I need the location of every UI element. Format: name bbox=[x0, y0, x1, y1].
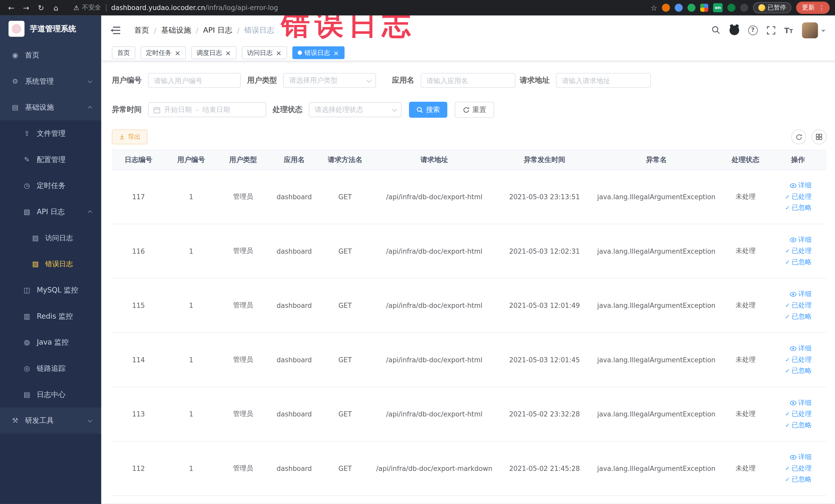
address-bar[interactable]: dashboard.yudao.iocoder.cn/infra/log/api… bbox=[111, 4, 278, 12]
row-actions: 详细✓已处理✓已忽略 bbox=[772, 344, 824, 375]
extension-green-icon[interactable] bbox=[688, 4, 696, 12]
search-icon[interactable] bbox=[711, 26, 720, 35]
browser-toolbar: ←→↻⌂ ⚠ 不安全 dashboard.yudao.iocoder.cn/in… bbox=[0, 0, 835, 15]
cell-status: 未处理 bbox=[721, 333, 770, 387]
site-security-indicator[interactable]: ⚠ 不安全 bbox=[74, 3, 101, 12]
row-actions: 详细✓已处理✓已忽略 bbox=[772, 399, 824, 430]
font-size-icon[interactable]: TT bbox=[784, 26, 793, 34]
collapse-sidebar-icon[interactable] bbox=[111, 26, 120, 34]
export-button[interactable]: 导出 bbox=[112, 129, 148, 144]
back-icon[interactable]: ← bbox=[5, 2, 17, 14]
sidebar: 芋道管理系统 ◉首页⚙系统管理▤基础设施⇪文件管理✎配置管理◷定时任务▧API … bbox=[0, 15, 101, 504]
tab-close-icon[interactable]: × bbox=[225, 49, 231, 56]
extension-dark-icon[interactable] bbox=[740, 4, 748, 12]
sidebar-item-log-center[interactable]: ▤日志中心 bbox=[0, 381, 101, 407]
extension-on-icon[interactable]: on bbox=[713, 3, 722, 12]
tab-访问日志[interactable]: 访问日志× bbox=[242, 46, 287, 59]
sidebar-item-home[interactable]: ◉首页 bbox=[0, 42, 101, 68]
action-processed-link[interactable]: ✓已处理 bbox=[785, 192, 812, 201]
action-ignored-link[interactable]: ✓已忽略 bbox=[785, 366, 812, 375]
cell-exception: java.lang.IllegalArgumentException bbox=[591, 224, 721, 278]
action-ignored-link[interactable]: ✓已忽略 bbox=[785, 258, 812, 267]
reload-icon[interactable]: ↻ bbox=[35, 2, 47, 14]
sidebar-item-tracer[interactable]: ◎链路追踪 bbox=[0, 355, 101, 382]
fullscreen-icon[interactable] bbox=[767, 26, 775, 35]
sidebar-item-dev-tools[interactable]: ⚒研发工具 bbox=[0, 407, 101, 434]
extension-orange-icon[interactable] bbox=[662, 4, 670, 12]
breadcrumb-item[interactable]: 基础设施 bbox=[161, 25, 191, 35]
sidebar-item-mysql[interactable]: ◫MySQL 监控 bbox=[0, 277, 101, 303]
app-logo[interactable]: 芋道管理系统 bbox=[0, 15, 101, 42]
user-menu[interactable] bbox=[802, 22, 825, 38]
sidebar-item-file[interactable]: ⇪文件管理 bbox=[0, 120, 101, 147]
check-icon: ✓ bbox=[785, 422, 790, 428]
action-ignored-link[interactable]: ✓已忽略 bbox=[785, 475, 812, 484]
forward-icon[interactable]: → bbox=[20, 2, 32, 14]
cell-time: 2021-05-03 12:01:49 bbox=[498, 278, 591, 333]
user-id-input[interactable] bbox=[148, 73, 241, 88]
search-button[interactable]: 搜索 bbox=[409, 102, 447, 118]
reset-button[interactable]: 重置 bbox=[455, 102, 494, 118]
github-icon[interactable] bbox=[729, 25, 739, 35]
sidebar-item-job[interactable]: ◷定时任务 bbox=[0, 173, 101, 199]
action-detail-link[interactable]: 详细 bbox=[790, 290, 812, 299]
sidebar-item-system[interactable]: ⚙系统管理 bbox=[0, 68, 101, 95]
sidebar-item-infra[interactable]: ▤基础设施 bbox=[0, 94, 101, 120]
table-header-row: 日志编号用户编号用户类型应用名请求方法名请求地址异常发生时间异常名处理状态操作 bbox=[112, 150, 827, 170]
tab-调度日志[interactable]: 调度日志× bbox=[191, 46, 237, 59]
action-detail-link[interactable]: 详细 bbox=[790, 236, 812, 244]
sidebar-item-access-log[interactable]: ▨访问日志 bbox=[0, 225, 101, 251]
action-processed-link[interactable]: ✓已处理 bbox=[785, 409, 812, 419]
process-status-select[interactable]: 请选择处理状态 bbox=[309, 102, 402, 117]
tab-错误日志[interactable]: 错误日志× bbox=[292, 46, 344, 59]
user-type-select[interactable]: 请选择用户类型 bbox=[283, 73, 376, 88]
tab-close-icon[interactable]: × bbox=[276, 49, 282, 56]
action-ignored-link[interactable]: ✓已忽略 bbox=[785, 421, 812, 430]
browser-menu-icon[interactable]: ⋮ bbox=[819, 5, 825, 11]
tab-close-icon[interactable]: × bbox=[175, 49, 180, 56]
help-icon[interactable]: ? bbox=[748, 25, 757, 35]
tab-定时任务[interactable]: 定时任务× bbox=[141, 46, 186, 59]
action-ignored-link[interactable]: ✓已忽略 bbox=[785, 203, 812, 212]
action-processed-link[interactable]: ✓已处理 bbox=[785, 355, 812, 364]
tab-close-icon[interactable]: × bbox=[333, 49, 339, 56]
chevron-down-icon bbox=[88, 78, 93, 83]
home-icon[interactable]: ⌂ bbox=[50, 2, 62, 14]
breadcrumb-item[interactable]: 首页 bbox=[134, 25, 149, 35]
start-date-placeholder: 开始日期 bbox=[164, 105, 192, 115]
action-detail-link[interactable]: 详细 bbox=[790, 181, 812, 190]
action-ignored-link[interactable]: ✓已忽略 bbox=[785, 312, 812, 321]
browser-update-button[interactable]: 更新 ⋮ bbox=[796, 2, 830, 14]
action-detail-link[interactable]: 详细 bbox=[790, 399, 812, 407]
cell-user-id: 1 bbox=[165, 278, 217, 333]
action-detail-link[interactable]: 详细 bbox=[790, 344, 812, 353]
sidebar-item-api-log[interactable]: ▧API 日志 bbox=[0, 199, 101, 225]
cell-exception: java.lang.IllegalArgumentException bbox=[591, 170, 721, 224]
column-settings-button[interactable] bbox=[812, 129, 827, 144]
sidebar-item-config[interactable]: ✎配置管理 bbox=[0, 147, 101, 173]
sidebar-item-redis[interactable]: ▥Redis 监控 bbox=[0, 303, 101, 329]
date-range-picker[interactable]: 开始日期 – 结束日期 bbox=[148, 102, 266, 117]
chevron-down-icon bbox=[88, 418, 93, 422]
action-processed-link[interactable]: ✓已处理 bbox=[785, 301, 812, 310]
request-url-input[interactable] bbox=[556, 73, 651, 88]
breadcrumb-item[interactable]: API 日志 bbox=[203, 25, 232, 35]
action-processed-link[interactable]: ✓已处理 bbox=[785, 247, 812, 256]
cell-url: /api/infra/db-doc/export-html bbox=[371, 170, 498, 224]
action-detail-link[interactable]: 详细 bbox=[790, 452, 812, 462]
error-log-table: 日志编号用户编号用户类型应用名请求方法名请求地址异常发生时间异常名处理状态操作 … bbox=[112, 150, 827, 496]
profile-paused-chip[interactable]: 已暂停 bbox=[753, 2, 791, 13]
sidebar-item-java[interactable]: ◍Java 监控 bbox=[0, 329, 101, 355]
sidebar-item-error-log[interactable]: ▨错误日志 bbox=[0, 251, 101, 277]
column-header-log-id: 日志编号 bbox=[112, 150, 165, 170]
action-processed-link[interactable]: ✓已处理 bbox=[785, 464, 812, 473]
extension-leaf-icon[interactable] bbox=[727, 4, 735, 12]
app-name-input[interactable] bbox=[421, 73, 515, 88]
column-header-method: 请求方法名 bbox=[320, 150, 371, 170]
refresh-table-button[interactable] bbox=[791, 129, 806, 144]
extension-blue-icon[interactable] bbox=[675, 4, 683, 12]
bookmark-star-icon[interactable]: ☆ bbox=[651, 3, 657, 12]
tab-首页[interactable]: 首页 bbox=[112, 46, 135, 59]
extension-grid-icon[interactable] bbox=[700, 4, 709, 12]
cell-actions: 详细✓已处理✓已忽略 bbox=[770, 170, 827, 224]
